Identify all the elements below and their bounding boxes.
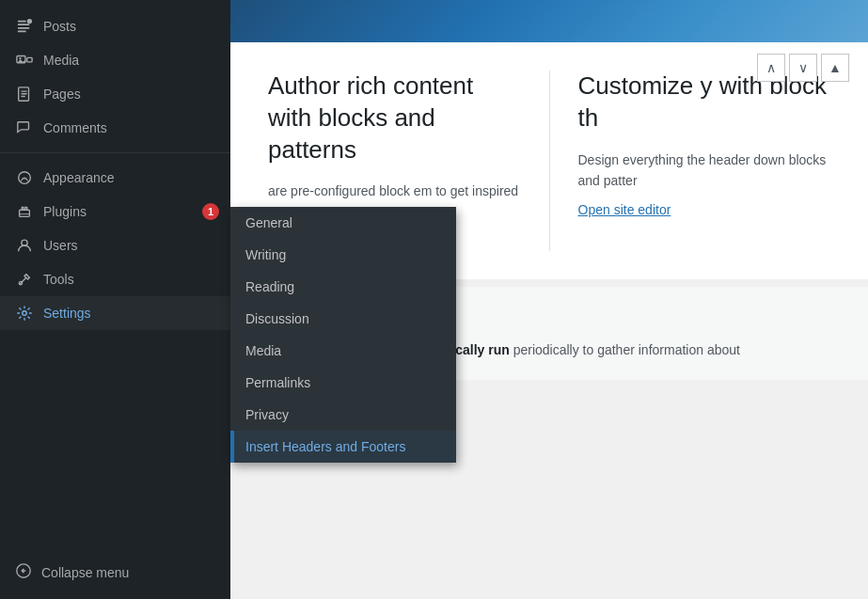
dropdown-item-insert-headers-footers[interactable]: Insert Headers and Footers: [230, 431, 456, 463]
section2-desc: Design everything the header down blocks…: [578, 150, 831, 192]
svg-rect-6: [27, 57, 32, 62]
svg-rect-10: [21, 90, 26, 91]
dropdown-item-privacy[interactable]: Privacy: [230, 399, 456, 431]
pages-icon: [15, 85, 34, 103]
svg-rect-1: [18, 24, 30, 25]
sidebar-item-pages-label: Pages: [43, 87, 219, 102]
sidebar-item-comments[interactable]: Comments: [0, 111, 230, 145]
bottom-text-end: periodically to gather information about: [513, 342, 740, 357]
appearance-icon: [15, 168, 34, 187]
nav-arrows: ∧ ∨ ▲: [757, 54, 849, 82]
svg-rect-2: [18, 27, 30, 29]
sidebar-item-users[interactable]: Users: [0, 229, 230, 262]
posts-icon: [15, 17, 34, 36]
collapse-menu-label: Collapse menu: [41, 565, 129, 580]
svg-rect-3: [18, 31, 26, 33]
sidebar-item-pages[interactable]: Pages: [0, 77, 230, 111]
sidebar-item-tools-label: Tools: [43, 272, 219, 287]
main-top-bar: [230, 0, 868, 42]
settings-icon: [15, 304, 34, 323]
sidebar-item-plugins[interactable]: Plugins 1: [0, 195, 230, 229]
users-icon: [15, 236, 34, 255]
dropdown-item-writing[interactable]: Writing: [230, 239, 456, 271]
sidebar-item-appearance-label: Appearance: [43, 170, 219, 185]
svg-point-17: [23, 311, 27, 316]
collapse-icon: [15, 562, 32, 582]
section1-title: Author rich content with blocks and patt…: [268, 71, 521, 166]
sidebar-item-tools[interactable]: Tools: [0, 262, 230, 296]
dropdown-item-discussion[interactable]: Discussion: [230, 303, 456, 335]
sidebar-item-appearance[interactable]: Appearance: [0, 161, 230, 195]
nav-down-button[interactable]: ∨: [789, 54, 817, 82]
nav-top-button[interactable]: ▲: [821, 54, 849, 82]
svg-rect-12: [21, 96, 25, 97]
svg-rect-0: [18, 21, 26, 23]
dropdown-item-general[interactable]: General: [230, 207, 456, 239]
sidebar-item-media[interactable]: Media: [0, 43, 230, 77]
dropdown-item-permalinks[interactable]: Permalinks: [230, 367, 456, 399]
sidebar-item-posts-label: Posts: [43, 19, 219, 34]
sidebar: Posts Media Pages: [0, 0, 230, 599]
right-column: Customize y with block th Design everyth…: [578, 71, 831, 251]
comments-icon: [15, 118, 34, 137]
plugins-badge: 1: [202, 203, 219, 220]
svg-rect-11: [21, 93, 26, 94]
settings-dropdown: General Writing Reading Discussion Media…: [230, 207, 456, 463]
sidebar-item-comments-label: Comments: [43, 120, 219, 135]
sidebar-item-settings-label: Settings: [43, 306, 219, 321]
svg-marker-8: [18, 59, 25, 63]
tools-icon: [15, 270, 34, 289]
svg-point-4: [27, 19, 32, 24]
plugins-icon: [15, 202, 34, 221]
dropdown-item-media[interactable]: Media: [230, 335, 456, 367]
nav-up-button[interactable]: ∧: [757, 54, 785, 82]
sidebar-item-settings[interactable]: Settings: [0, 296, 230, 330]
sidebar-item-users-label: Users: [43, 238, 219, 253]
sidebar-item-posts[interactable]: Posts: [0, 9, 230, 43]
collapse-menu[interactable]: Collapse menu: [0, 555, 230, 590]
sidebar-item-media-label: Media: [43, 53, 219, 68]
dropdown-item-reading[interactable]: Reading: [230, 271, 456, 303]
sidebar-divider-1: [0, 152, 230, 153]
svg-point-7: [19, 57, 21, 59]
sidebar-item-plugins-label: Plugins: [43, 204, 193, 219]
open-site-editor-link[interactable]: Open site editor: [578, 202, 831, 217]
media-icon: [15, 51, 34, 70]
svg-rect-14: [20, 210, 30, 216]
